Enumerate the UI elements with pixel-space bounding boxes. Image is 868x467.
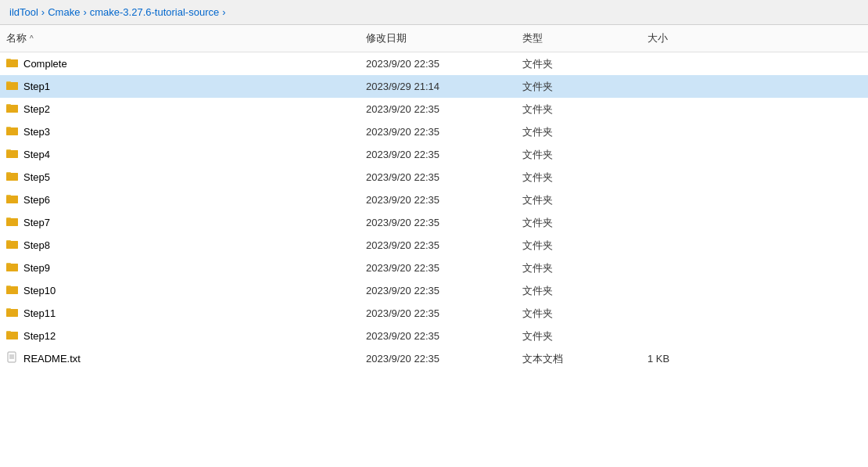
col-header-modified[interactable]: 修改日期 bbox=[360, 28, 516, 48]
file-name: Step7 bbox=[23, 217, 50, 228]
table-row[interactable]: Step112023/9/20 22:35文件夹 bbox=[0, 302, 868, 325]
file-name: Step5 bbox=[23, 171, 50, 183]
svg-rect-8 bbox=[6, 105, 18, 113]
folder-icon bbox=[6, 102, 19, 117]
file-type: 文件夹 bbox=[516, 145, 641, 164]
table-row[interactable]: Complete2023/9/20 22:35文件夹 bbox=[0, 52, 868, 75]
file-modified: 2023/9/20 22:35 bbox=[360, 169, 516, 185]
file-list: Complete2023/9/20 22:35文件夹 Step12023/9/2… bbox=[0, 52, 868, 370]
file-size bbox=[641, 130, 735, 135]
folder-icon bbox=[6, 283, 19, 298]
file-modified: 2023/9/20 22:35 bbox=[360, 192, 516, 208]
file-name: Step12 bbox=[23, 330, 56, 342]
table-row[interactable]: Step52023/9/20 22:35文件夹 bbox=[0, 166, 868, 189]
svg-rect-17 bbox=[6, 173, 18, 181]
svg-rect-26 bbox=[6, 241, 18, 249]
file-modified: 2023/9/20 22:35 bbox=[360, 56, 516, 72]
file-type: 文件夹 bbox=[516, 282, 641, 300]
file-type: 文件夹 bbox=[516, 191, 641, 210]
svg-rect-14 bbox=[6, 150, 18, 158]
file-name: Step4 bbox=[23, 149, 50, 160]
table-row[interactable]: Step22023/9/20 22:35文件夹 bbox=[0, 98, 868, 120]
file-type: 文件夹 bbox=[516, 100, 641, 119]
col-header-name[interactable]: 名称 ^ bbox=[0, 28, 360, 48]
svg-rect-32 bbox=[6, 286, 18, 294]
file-type: 文件夹 bbox=[516, 168, 641, 187]
column-headers: 名称 ^ 修改日期 类型 大小 bbox=[0, 25, 868, 52]
folder-icon bbox=[6, 124, 19, 139]
folder-icon bbox=[6, 147, 19, 162]
file-size bbox=[641, 84, 735, 89]
file-type: 文件夹 bbox=[516, 304, 641, 323]
folder-icon bbox=[6, 56, 19, 71]
file-type: 文件夹 bbox=[516, 236, 641, 255]
folder-icon bbox=[6, 215, 19, 230]
table-row[interactable]: README.txt2023/9/20 22:35文本文档1 KB bbox=[0, 347, 868, 370]
file-modified: 2023/9/29 21:14 bbox=[360, 78, 516, 95]
file-modified: 2023/9/20 22:35 bbox=[360, 282, 516, 299]
breadcrumb-source[interactable]: cmake-3.27.6-tutorial-source bbox=[90, 6, 219, 18]
file-size bbox=[641, 175, 735, 180]
file-modified: 2023/9/20 22:35 bbox=[360, 328, 516, 344]
table-row[interactable]: Step82023/9/20 22:35文件夹 bbox=[0, 234, 868, 257]
file-type: 文件夹 bbox=[516, 327, 641, 346]
file-explorer: 名称 ^ 修改日期 类型 大小 Complete2023/9/20 22:35文… bbox=[0, 25, 868, 462]
table-row[interactable]: Step102023/9/20 22:35文件夹 bbox=[0, 279, 868, 302]
file-type: 文件夹 bbox=[516, 55, 641, 74]
file-size bbox=[641, 62, 735, 66]
file-size bbox=[641, 153, 735, 157]
folder-icon bbox=[6, 306, 19, 321]
file-modified: 2023/9/20 22:35 bbox=[360, 214, 516, 231]
svg-rect-20 bbox=[6, 196, 18, 203]
file-name: Step11 bbox=[23, 307, 56, 319]
file-modified: 2023/9/20 22:35 bbox=[360, 350, 516, 367]
file-type: 文件夹 bbox=[516, 214, 641, 232]
folder-icon bbox=[6, 238, 19, 253]
file-name: Complete bbox=[23, 58, 67, 70]
file-name: README.txt bbox=[23, 353, 81, 365]
breadcrumb-buildtool[interactable]: ildTool bbox=[9, 6, 38, 18]
file-size bbox=[641, 266, 735, 271]
breadcrumb-sep-1: › bbox=[41, 6, 45, 18]
col-header-size[interactable]: 大小 bbox=[641, 28, 735, 48]
file-name: Step10 bbox=[23, 285, 56, 296]
file-name: Step6 bbox=[23, 194, 50, 206]
svg-rect-11 bbox=[6, 128, 18, 135]
table-row[interactable]: Step122023/9/20 22:35文件夹 bbox=[0, 325, 868, 347]
breadcrumb-bar: ildTool › Cmake › cmake-3.27.6-tutorial-… bbox=[0, 0, 868, 25]
file-size bbox=[641, 289, 735, 293]
table-row[interactable]: Step92023/9/20 22:35文件夹 bbox=[0, 257, 868, 279]
file-modified: 2023/9/20 22:35 bbox=[360, 124, 516, 140]
file-modified: 2023/9/20 22:35 bbox=[360, 101, 516, 117]
folder-icon bbox=[6, 79, 19, 94]
breadcrumb-cmake[interactable]: Cmake bbox=[48, 6, 80, 18]
file-name: Step1 bbox=[23, 81, 50, 92]
file-type: 文件夹 bbox=[516, 77, 641, 96]
file-modified: 2023/9/20 22:35 bbox=[360, 260, 516, 276]
table-row[interactable]: Step62023/9/20 22:35文件夹 bbox=[0, 189, 868, 211]
file-size bbox=[641, 198, 735, 203]
file-icon bbox=[6, 351, 19, 366]
file-size bbox=[641, 334, 735, 339]
breadcrumb-sep-3: › bbox=[222, 6, 225, 18]
file-name: Step2 bbox=[23, 103, 50, 115]
file-size: 1 KB bbox=[641, 350, 735, 367]
file-name: Step9 bbox=[23, 262, 50, 274]
table-row[interactable]: Step32023/9/20 22:35文件夹 bbox=[0, 120, 868, 143]
svg-rect-2 bbox=[6, 59, 18, 67]
svg-rect-23 bbox=[6, 218, 18, 226]
file-name: Step8 bbox=[23, 239, 50, 251]
col-header-type[interactable]: 类型 bbox=[516, 28, 641, 48]
table-row[interactable]: Step72023/9/20 22:35文件夹 bbox=[0, 211, 868, 234]
svg-rect-35 bbox=[6, 309, 18, 317]
file-size bbox=[641, 221, 735, 225]
svg-rect-29 bbox=[6, 264, 18, 271]
file-modified: 2023/9/20 22:35 bbox=[360, 305, 516, 322]
breadcrumb-sep-2: › bbox=[83, 6, 86, 18]
sort-arrow-icon: ^ bbox=[30, 34, 34, 43]
table-row[interactable]: Step12023/9/29 21:14文件夹 bbox=[0, 75, 868, 98]
svg-rect-5 bbox=[6, 82, 18, 90]
table-row[interactable]: Step42023/9/20 22:35文件夹 bbox=[0, 143, 868, 166]
folder-icon bbox=[6, 170, 19, 185]
file-modified: 2023/9/20 22:35 bbox=[360, 146, 516, 163]
